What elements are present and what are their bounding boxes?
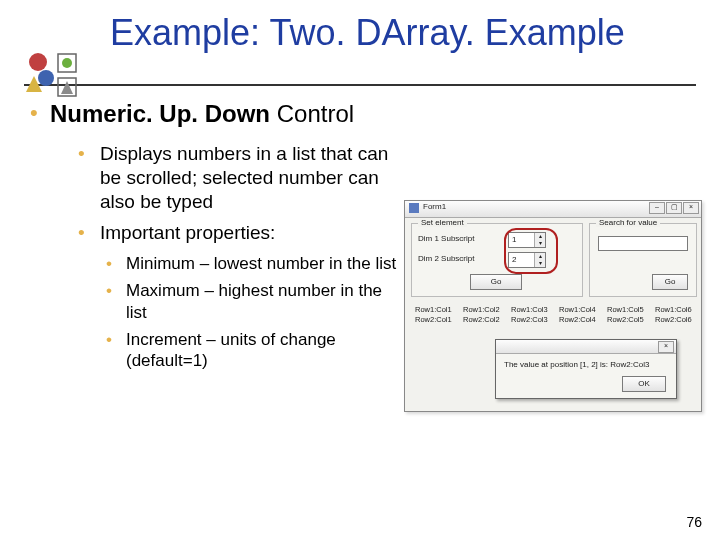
cell-r1c3: Row1:Col3 bbox=[511, 305, 548, 314]
main-light: Control bbox=[270, 100, 354, 127]
cell-r2c4: Row2:Col4 bbox=[559, 315, 596, 324]
bullet-prop-1: Minimum – lowest number in the list bbox=[106, 253, 406, 274]
message-box: × The value at position [1, 2] is: Row2:… bbox=[495, 339, 677, 399]
close-icon[interactable]: × bbox=[683, 202, 699, 214]
bullet-prop-3: Increment – units of change (default=1) bbox=[106, 329, 406, 372]
group-set-title: Set element bbox=[418, 218, 467, 227]
group-search-title: Search for value bbox=[596, 218, 660, 227]
decorative-logo bbox=[24, 48, 80, 104]
window-buttons: – ▢ × bbox=[649, 202, 699, 214]
window-title: Form1 bbox=[423, 202, 446, 211]
slide-title: Example: Two. DArray. Example bbox=[110, 12, 700, 54]
ok-button[interactable]: OK bbox=[622, 376, 666, 392]
go-button-set[interactable]: Go bbox=[470, 274, 522, 290]
divider-rule bbox=[24, 84, 696, 86]
cell-r2c2: Row2:Col2 bbox=[463, 315, 500, 324]
bullet-sub-2: Important properties: bbox=[78, 221, 408, 245]
svg-point-2 bbox=[62, 58, 72, 68]
group-set-element: Set element Dim 1 Subscript Dim 2 Subscr… bbox=[411, 223, 583, 297]
app-icon bbox=[409, 203, 419, 213]
window-titlebar: Form1 – ▢ × bbox=[405, 201, 701, 218]
svg-marker-3 bbox=[61, 81, 73, 94]
cell-r2c3: Row2:Col3 bbox=[511, 315, 548, 324]
dim1-label: Dim 1 Subscript bbox=[418, 234, 474, 243]
search-input[interactable] bbox=[598, 236, 688, 251]
main-bold: Numeric. Up. Down bbox=[50, 100, 270, 127]
maximize-icon[interactable]: ▢ bbox=[666, 202, 682, 214]
svg-point-5 bbox=[38, 70, 54, 86]
embedded-form-screenshot: Form1 – ▢ × Set element Dim 1 Subscript … bbox=[404, 200, 702, 412]
bullet-sub-1: Displays numbers in a list that can be s… bbox=[78, 142, 408, 213]
dim2-label: Dim 2 Subscript bbox=[418, 254, 474, 263]
go-button-search[interactable]: Go bbox=[652, 274, 688, 290]
group-search: Search for value Go bbox=[589, 223, 697, 297]
cell-r1c2: Row1:Col2 bbox=[463, 305, 500, 314]
cell-r2c5: Row2:Col5 bbox=[607, 315, 644, 324]
cell-r2c6: Row2:Col6 bbox=[655, 315, 692, 324]
page-number: 76 bbox=[686, 514, 702, 530]
cell-r1c4: Row1:Col4 bbox=[559, 305, 596, 314]
msgbox-text: The value at position [1, 2] is: Row2:Co… bbox=[504, 360, 649, 369]
bullet-prop-2: Maximum – highest number in the list bbox=[106, 280, 406, 323]
cell-r1c1: Row1:Col1 bbox=[415, 305, 452, 314]
cell-r1c5: Row1:Col5 bbox=[607, 305, 644, 314]
cell-r2c1: Row2:Col1 bbox=[415, 315, 452, 324]
close-icon[interactable]: × bbox=[658, 341, 674, 353]
highlight-circle bbox=[504, 228, 558, 274]
cell-r1c6: Row1:Col6 bbox=[655, 305, 692, 314]
minimize-icon[interactable]: – bbox=[649, 202, 665, 214]
svg-point-4 bbox=[29, 53, 47, 71]
msgbox-titlebar: × bbox=[496, 340, 676, 354]
